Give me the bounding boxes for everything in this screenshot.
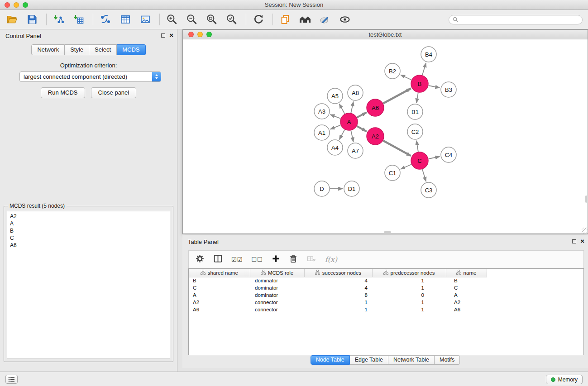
list-item[interactable]: A2 (10, 213, 170, 220)
column-header-successor-nodes[interactable]: successor nodes (304, 269, 372, 277)
cell[interactable]: A (446, 291, 487, 299)
zoom-network-icon[interactable] (206, 32, 212, 37)
horizontal-scrollbar-thumb[interactable] (384, 231, 391, 233)
list-item[interactable]: A (10, 220, 170, 227)
tab-edge-table[interactable]: Edge Table (350, 355, 388, 365)
graph-node-A4[interactable]: A4 (327, 140, 343, 155)
cell[interactable]: 1 (372, 277, 446, 284)
add-row-icon[interactable] (272, 254, 280, 265)
deselect-all-icon[interactable]: ☐☐ (251, 256, 263, 263)
graph-edge-A-A7[interactable] (351, 131, 353, 142)
table-row[interactable]: Adominator80A (189, 291, 583, 299)
graph-node-B[interactable]: B (411, 75, 428, 92)
graph-node-A7[interactable]: A7 (348, 143, 363, 158)
tab-mcds[interactable]: MCDS (117, 44, 145, 55)
graph-node-B3[interactable]: B3 (441, 82, 456, 97)
cell[interactable]: dominator (250, 291, 304, 299)
graph-node-D1[interactable]: D1 (344, 181, 359, 196)
graph-edge-A6-B[interactable] (383, 89, 411, 104)
graph-node-C4[interactable]: C4 (441, 147, 456, 162)
refresh-icon[interactable] (252, 13, 265, 26)
show-column-icon[interactable] (213, 254, 223, 265)
import-table-icon[interactable] (72, 13, 86, 26)
cell[interactable]: 1 (372, 306, 446, 313)
column-header-predecessor-nodes[interactable]: predecessor nodes (372, 269, 446, 277)
close-panel-button[interactable]: Close panel (91, 87, 137, 98)
tab-select[interactable]: Select (89, 44, 117, 55)
close-panel-icon[interactable]: × (169, 33, 173, 38)
column-header-MCDS-role[interactable]: MCDS role (250, 269, 304, 277)
close-window-icon[interactable] (5, 2, 10, 8)
resize-handle[interactable] (582, 228, 588, 234)
vertical-scrollbar-thumb[interactable] (585, 195, 587, 203)
graph-edge-B-B2[interactable] (401, 75, 411, 80)
zoom-in-icon[interactable] (165, 13, 179, 26)
graph-node-B1[interactable]: B1 (407, 104, 423, 119)
minimize-window-icon[interactable] (14, 2, 19, 8)
graph-node-A1[interactable]: A1 (314, 125, 330, 140)
dropdown-stepper-icon[interactable] (152, 72, 161, 81)
cell[interactable]: C (189, 284, 250, 291)
cell[interactable]: B (446, 277, 487, 284)
save-session-icon[interactable] (25, 13, 39, 26)
graph-edge-A-A8[interactable] (351, 102, 353, 113)
tab-network-table[interactable]: Network Table (388, 355, 435, 365)
graph-node-C1[interactable]: C1 (385, 165, 400, 181)
zoom-selected-icon[interactable] (225, 13, 239, 26)
graph-node-B4[interactable]: B4 (421, 47, 436, 62)
list-item[interactable]: C (10, 234, 170, 242)
graph-edge-A-A6[interactable] (357, 112, 367, 117)
cell[interactable]: connector (250, 299, 304, 306)
graph-edge-B-B1[interactable] (416, 93, 418, 103)
cell[interactable]: C (446, 284, 487, 291)
copy-icon[interactable] (278, 13, 292, 26)
column-header-name[interactable]: name (446, 269, 487, 277)
graph-node-C3[interactable]: C3 (421, 182, 436, 198)
table-settings-gear-icon[interactable] (195, 254, 205, 265)
graph-edge-A-A5[interactable] (339, 104, 345, 114)
graph-edge-A2-C[interactable] (383, 141, 411, 156)
graph-edge-C-C3[interactable] (422, 169, 426, 181)
delete-table-icon[interactable] (306, 254, 316, 265)
open-session-icon[interactable] (5, 13, 19, 26)
cell[interactable]: 8 (304, 291, 372, 299)
minimize-network-icon[interactable] (197, 32, 203, 37)
optimization-criterion-dropdown[interactable]: largest connected component (directed) (19, 71, 161, 82)
column-header-shared-name[interactable]: shared name (189, 269, 250, 277)
cell[interactable]: 1 (304, 306, 372, 313)
table-row[interactable]: A2connector11A2 (189, 299, 583, 306)
graph-node-C[interactable]: C (411, 152, 428, 169)
cell[interactable]: A6 (446, 306, 487, 313)
graph-edge-A-A3[interactable] (330, 114, 341, 119)
graph-node-D[interactable]: D (314, 181, 330, 196)
tab-node-table[interactable]: Node Table (311, 355, 350, 365)
cell[interactable]: A6 (189, 306, 250, 313)
cell[interactable]: 1 (372, 284, 446, 291)
annotation-pen-icon[interactable] (318, 13, 332, 26)
cell[interactable]: dominator (250, 277, 304, 284)
tab-network[interactable]: Network (31, 44, 65, 55)
graph-edge-B-B4[interactable] (422, 63, 426, 75)
graph-edge-C-C2[interactable] (416, 141, 418, 152)
mcds-result-list[interactable]: A2ABCA6 (7, 211, 170, 358)
home-neighbors-icon[interactable] (298, 13, 312, 26)
network-table-icon[interactable] (119, 13, 132, 26)
cell[interactable]: A2 (446, 299, 487, 306)
tab-style[interactable]: Style (65, 44, 89, 55)
cell[interactable]: 1 (304, 299, 372, 306)
cell[interactable]: A2 (189, 299, 250, 306)
cell[interactable]: connector (250, 306, 304, 313)
cell[interactable]: 0 (372, 291, 446, 299)
cell[interactable]: 4 (304, 277, 372, 284)
cell[interactable]: 1 (372, 299, 446, 306)
graph-node-A[interactable]: A (340, 113, 358, 130)
close-table-panel-icon[interactable]: × (580, 238, 584, 244)
run-mcds-button[interactable]: Run MCDS (41, 87, 85, 98)
new-network-icon[interactable] (99, 13, 112, 26)
table-row[interactable]: A6connector11A6 (189, 306, 583, 313)
import-network-icon[interactable] (52, 13, 66, 26)
graph-edge-C-C4[interactable] (429, 157, 440, 159)
float-table-panel-icon[interactable] (572, 239, 576, 243)
graph-node-A8[interactable]: A8 (348, 85, 363, 100)
export-image-icon[interactable] (139, 13, 152, 26)
